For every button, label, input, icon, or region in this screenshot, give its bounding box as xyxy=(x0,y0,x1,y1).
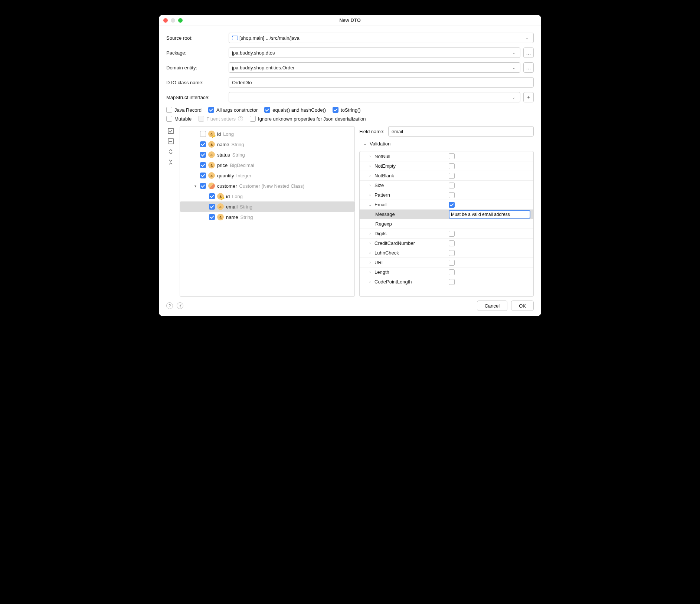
validation-codepointlength[interactable]: ›CodePointLength xyxy=(360,277,533,286)
option-tostring-[interactable]: toString() xyxy=(333,107,360,113)
validation-message-input[interactable] xyxy=(449,210,530,219)
tree-row-email[interactable]: aemail String xyxy=(180,201,354,212)
checkbox-icon[interactable] xyxy=(449,173,455,179)
field-name-field[interactable] xyxy=(388,126,534,137)
chevron-icon[interactable]: › xyxy=(368,270,372,274)
mapstruct-input[interactable] xyxy=(232,95,508,100)
domain-entity-browse-button[interactable]: … xyxy=(523,62,534,73)
tree-row-id[interactable]: a🔑id Long xyxy=(180,191,354,201)
settings-icon[interactable] xyxy=(177,302,183,309)
validation-notnull[interactable]: ›NotNull xyxy=(360,151,533,161)
validation-notblank[interactable]: ›NotBlank xyxy=(360,171,533,180)
fields-tree[interactable]: a🔑id Longaname Stringastatus Stringapric… xyxy=(180,126,355,297)
checkbox-icon[interactable] xyxy=(264,107,270,113)
expand-all-icon[interactable] xyxy=(167,148,174,155)
tree-row-id[interactable]: a🔑id Long xyxy=(180,129,354,139)
mapstruct-combo[interactable]: ⌄ xyxy=(229,92,520,102)
checkbox-icon[interactable] xyxy=(449,231,455,237)
checkbox-icon[interactable] xyxy=(200,141,206,147)
tree-row-quantity[interactable]: aquantity Integer xyxy=(180,170,354,181)
package-input[interactable] xyxy=(232,50,508,56)
select-all-icon[interactable] xyxy=(167,128,174,134)
checkbox-icon[interactable] xyxy=(449,250,455,256)
chevron-icon[interactable]: › xyxy=(368,174,372,178)
source-root-combo[interactable]: [shop.main] .../src/main/java ⌄ xyxy=(229,33,534,43)
checkbox-icon[interactable] xyxy=(209,204,215,210)
mapstruct-add-button[interactable]: ＋ xyxy=(523,92,534,102)
package-browse-button[interactable]: … xyxy=(523,47,534,58)
tree-row-price[interactable]: aprice BigDecimal xyxy=(180,160,354,170)
ok-button[interactable]: OK xyxy=(511,301,534,311)
dto-class-name-input[interactable] xyxy=(232,80,530,85)
checkbox-icon[interactable] xyxy=(200,173,206,178)
chevron-icon[interactable]: › xyxy=(368,193,372,197)
field-name-input[interactable] xyxy=(392,129,530,134)
chevron-icon[interactable]: ▾ xyxy=(193,184,198,188)
option-equals-and-hashcode-[interactable]: equals() and hashCode() xyxy=(264,107,326,113)
close-icon[interactable] xyxy=(163,18,168,23)
tree-row-name[interactable]: aname String xyxy=(180,212,354,222)
validation-panel[interactable]: ›NotNull›NotEmpty›NotBlank›Size›Pattern⌄… xyxy=(359,151,534,297)
chevron-icon[interactable]: › xyxy=(368,154,372,158)
tree-row-name[interactable]: aname String xyxy=(180,139,354,150)
validation-luhncheck[interactable]: ›LuhnCheck xyxy=(360,248,533,257)
option-java-record[interactable]: Java Record xyxy=(166,107,202,113)
domain-entity-input[interactable] xyxy=(232,65,508,70)
checkbox-icon[interactable] xyxy=(449,202,455,208)
domain-entity-combo[interactable]: ⌄ xyxy=(229,62,520,73)
checkbox-icon[interactable] xyxy=(250,116,256,122)
validation-creditcardnumber[interactable]: ›CreditCardNumber xyxy=(360,238,533,248)
checkbox-icon[interactable] xyxy=(449,183,455,188)
checkbox-icon[interactable] xyxy=(449,153,455,159)
maximize-icon[interactable] xyxy=(178,18,183,23)
chevron-icon[interactable]: › xyxy=(368,164,372,168)
cancel-button[interactable]: Cancel xyxy=(477,301,507,311)
collapse-all-icon[interactable] xyxy=(167,159,174,165)
validation-length[interactable]: ›Length xyxy=(360,267,533,277)
chevron-icon[interactable]: › xyxy=(368,232,372,236)
checkbox-icon[interactable] xyxy=(200,131,206,137)
checkbox-icon[interactable] xyxy=(449,240,455,246)
package-label: Package: xyxy=(166,50,226,56)
option-mutable[interactable]: Mutable xyxy=(166,116,192,122)
checkbox-icon[interactable] xyxy=(449,192,455,198)
checkbox-icon[interactable] xyxy=(333,107,338,113)
validation-header[interactable]: ⌄ Validation xyxy=(359,139,534,149)
dto-class-name-field[interactable] xyxy=(229,77,534,88)
chevron-icon[interactable]: ⌄ xyxy=(368,203,372,207)
tree-row-status[interactable]: astatus String xyxy=(180,150,354,160)
checkbox-icon[interactable] xyxy=(200,152,206,158)
minimize-icon[interactable] xyxy=(171,18,175,23)
option-all-args-constructor[interactable]: All args constructor xyxy=(208,107,258,113)
validation-digits[interactable]: ›Digits xyxy=(360,229,533,238)
validation-notempty[interactable]: ›NotEmpty xyxy=(360,161,533,171)
checkbox-icon[interactable] xyxy=(449,279,455,285)
validation-size[interactable]: ›Size xyxy=(360,180,533,190)
validation-email-regexp[interactable]: Regexp xyxy=(360,219,533,229)
checkbox-icon[interactable] xyxy=(166,116,172,122)
chevron-icon[interactable]: › xyxy=(368,251,372,255)
checkbox-icon[interactable] xyxy=(209,214,215,220)
help-icon[interactable]: ? xyxy=(166,302,173,309)
checkbox-icon[interactable] xyxy=(449,269,455,275)
deselect-all-icon[interactable] xyxy=(167,138,174,145)
chevron-icon[interactable]: › xyxy=(368,260,372,265)
validation-pattern[interactable]: ›Pattern xyxy=(360,190,533,200)
validation-url[interactable]: ›URL xyxy=(360,257,533,267)
checkbox-icon[interactable] xyxy=(166,107,172,113)
validation-email-message[interactable]: Message xyxy=(360,209,533,219)
checkbox-icon[interactable] xyxy=(200,183,206,189)
checkbox-icon[interactable] xyxy=(200,162,206,168)
chevron-icon[interactable]: › xyxy=(368,280,372,284)
checkbox-icon[interactable] xyxy=(449,163,455,169)
option-ignore-unknown-properties-for-json-deserialization[interactable]: Ignore unknown properties for Json deser… xyxy=(250,116,366,122)
tree-row-customer[interactable]: ▾customer Customer (New Nested Class) xyxy=(180,181,354,191)
checkbox-icon[interactable] xyxy=(209,193,215,199)
package-combo[interactable]: ⌄ xyxy=(229,47,520,58)
validation-email[interactable]: ⌄Email xyxy=(360,200,533,209)
checkbox-icon[interactable] xyxy=(208,107,214,113)
checkbox-icon[interactable] xyxy=(449,260,455,266)
chevron-icon[interactable]: › xyxy=(368,183,372,187)
help-icon[interactable]: ? xyxy=(238,116,243,121)
chevron-icon[interactable]: › xyxy=(368,241,372,245)
